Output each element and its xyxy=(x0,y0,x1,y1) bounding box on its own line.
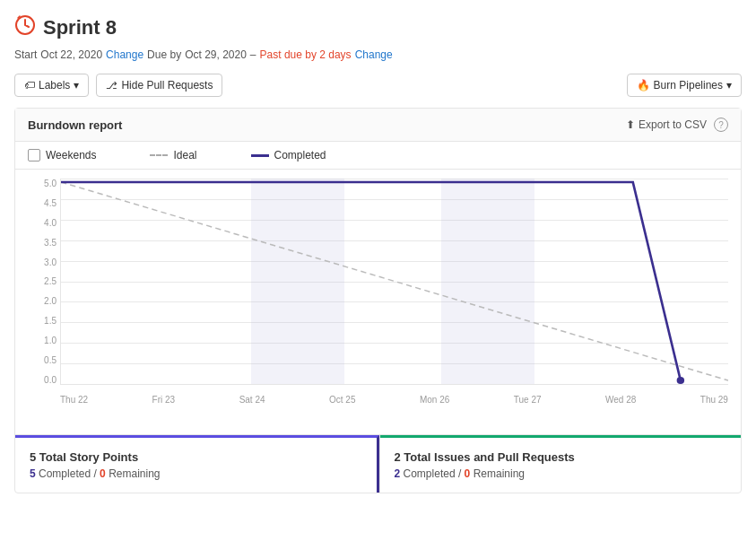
sprint-title: Sprint 8 xyxy=(43,16,117,39)
export-icon: ⬆ xyxy=(626,118,635,131)
start-date: Oct 22, 2020 xyxy=(40,48,102,61)
burndown-card: Burndown report ⬆ Export to CSV ? Weeken… xyxy=(14,108,742,493)
toolbar-right: 🔥 Burn Pipelines ▾ xyxy=(627,74,742,97)
story-points-completed: 5 xyxy=(30,467,36,480)
burn-pipelines-button[interactable]: 🔥 Burn Pipelines ▾ xyxy=(627,74,742,97)
chart-area: 5.0 4.5 4.0 3.5 3.0 2.5 2.0 1.5 1.0 0.5 … xyxy=(15,170,741,434)
x-labels: Thu 22 Fri 23 Sat 24 Oct 25 Mon 26 Tue 2… xyxy=(60,387,728,412)
legend-completed: Completed xyxy=(251,149,326,161)
separator: – xyxy=(250,48,256,61)
labels-button[interactable]: 🏷 Labels ▾ xyxy=(14,74,89,97)
legend-weekends: Weekends xyxy=(28,149,96,161)
svg-point-2 xyxy=(677,377,685,384)
burndown-actions: ⬆ Export to CSV ? xyxy=(626,118,728,132)
toolbar-left: 🏷 Labels ▾ ⎇ Hide Pull Requests xyxy=(14,74,222,97)
legend-ideal: Ideal xyxy=(150,149,196,161)
flame-icon: 🔥 xyxy=(637,79,650,92)
issues-pr-completed: 2 xyxy=(395,467,401,480)
past-due-text: Past due by 2 days xyxy=(260,48,352,61)
issues-pr-title: 2 Total Issues and Pull Requests xyxy=(395,450,727,464)
burndown-title: Burndown report xyxy=(28,118,122,132)
change-due-link[interactable]: Change xyxy=(355,48,393,61)
export-csv-button[interactable]: ⬆ Export to CSV xyxy=(626,118,707,131)
due-label: Due by xyxy=(147,48,181,61)
start-label: Start xyxy=(14,48,37,61)
chevron-down-icon-pipelines: ▾ xyxy=(726,79,732,92)
legend-row: Weekends Ideal Completed xyxy=(15,142,741,170)
issues-pr-remaining: 0 xyxy=(465,467,471,480)
story-points-title: 5 Total Story Points xyxy=(30,450,362,464)
hide-pull-requests-button[interactable]: ⎇ Hide Pull Requests xyxy=(96,74,222,97)
story-points-remaining: 0 xyxy=(100,467,106,480)
sprint-icon xyxy=(14,14,36,41)
meta-row: Start Oct 22, 2020 Change Due by Oct 29,… xyxy=(14,48,742,61)
issues-pr-card: 2 Total Issues and Pull Requests 2 Compl… xyxy=(380,435,742,493)
info-icon[interactable]: ? xyxy=(714,118,728,132)
chart-plot xyxy=(60,179,728,385)
ideal-line-icon xyxy=(150,154,168,156)
issues-pr-sub: 2 Completed / 0 Remaining xyxy=(395,467,727,480)
pr-icon: ⎇ xyxy=(106,80,117,92)
grid-line xyxy=(61,384,728,385)
chart-svg xyxy=(61,179,728,384)
completed-line-icon xyxy=(251,154,269,157)
due-date: Oct 29, 2020 xyxy=(185,48,247,61)
chevron-down-icon: ▾ xyxy=(74,79,79,92)
change-start-link[interactable]: Change xyxy=(106,48,143,61)
story-points-card: 5 Total Story Points 5 Completed / 0 Rem… xyxy=(15,435,379,493)
story-points-sub: 5 Completed / 0 Remaining xyxy=(30,467,362,480)
burndown-header: Burndown report ⬆ Export to CSV ? xyxy=(15,109,741,142)
svg-line-1 xyxy=(61,182,728,380)
y-axis: 5.0 4.5 4.0 3.5 3.0 2.5 2.0 1.5 1.0 0.5 … xyxy=(28,179,56,385)
chart-container: 5.0 4.5 4.0 3.5 3.0 2.5 2.0 1.5 1.0 0.5 … xyxy=(28,179,728,412)
label-icon: 🏷 xyxy=(24,79,35,92)
stats-row: 5 Total Story Points 5 Completed / 0 Rem… xyxy=(15,434,741,493)
toolbar: 🏷 Labels ▾ ⎇ Hide Pull Requests 🔥 Burn P… xyxy=(14,74,742,97)
weekends-checkbox[interactable] xyxy=(28,149,40,161)
